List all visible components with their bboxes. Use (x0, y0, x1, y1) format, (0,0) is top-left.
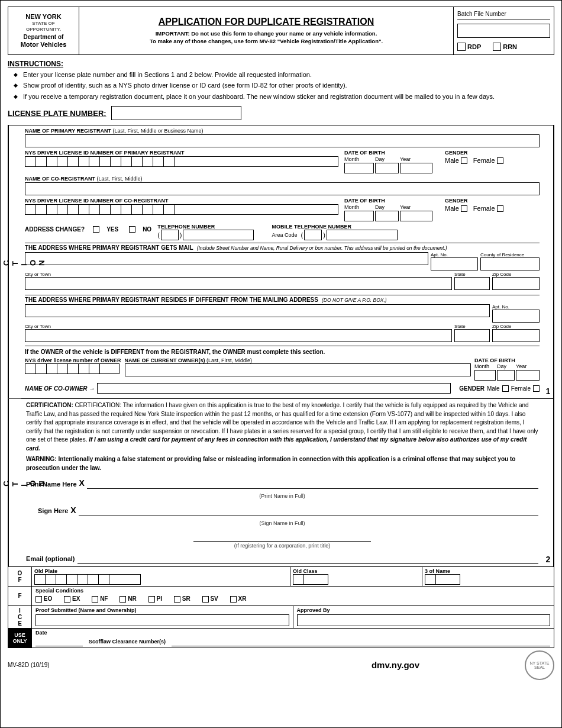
rdp-checkbox[interactable] (457, 43, 466, 51)
co-reg-male-checkbox[interactable] (461, 205, 467, 212)
resides-street-input[interactable] (25, 304, 490, 317)
dl-seg-9[interactable] (111, 157, 121, 166)
own-dl-seg-3[interactable] (47, 364, 57, 373)
mobile-area-input[interactable] (304, 230, 322, 240)
owner-dob-month-input[interactable] (474, 370, 496, 381)
corp-title-input[interactable] (193, 531, 371, 542)
dl-seg-4[interactable] (57, 157, 68, 166)
cond-eo-cb[interactable] (35, 596, 42, 603)
primary-female-checkbox[interactable] (497, 157, 503, 164)
resides-zip-input[interactable] (492, 329, 540, 342)
co-dl-seg-6[interactable] (79, 205, 89, 214)
co-reg-name-input[interactable] (25, 182, 540, 195)
own-dl-seg-4[interactable] (57, 364, 68, 373)
co-reg-dl-input[interactable] (25, 204, 338, 215)
name-of-input[interactable] (425, 574, 460, 585)
email-input[interactable] (77, 553, 539, 564)
cond-sr-cb[interactable] (174, 596, 180, 603)
rrn-checkbox[interactable] (493, 43, 501, 51)
scofflaw-input[interactable] (172, 637, 550, 646)
tel-main-input[interactable] (183, 230, 254, 240)
dl-seg-11[interactable] (132, 157, 143, 166)
dl-seg-6[interactable] (79, 157, 89, 166)
owner-dl-input[interactable] (25, 363, 119, 374)
tel-area-code-input[interactable] (161, 230, 179, 240)
owner-dob-year-input[interactable] (516, 370, 540, 381)
mail-zip-input[interactable] (492, 277, 540, 290)
co-reg-female-option[interactable]: Female (473, 205, 503, 212)
primary-male-checkbox[interactable] (461, 157, 467, 164)
dl-seg-14[interactable] (164, 157, 175, 166)
mail-apt-input[interactable] (431, 257, 478, 270)
co-dl-seg-12[interactable] (143, 205, 153, 214)
mail-county-input[interactable] (480, 257, 540, 270)
co-dl-seg-4[interactable] (57, 205, 68, 214)
co-dob-year-input[interactable] (400, 211, 432, 221)
owner-male-checkbox[interactable] (502, 385, 509, 392)
co-dob-day-input[interactable] (375, 211, 399, 221)
mail-street-input[interactable] (25, 252, 428, 265)
own-dl-seg-6[interactable] (79, 364, 89, 373)
own-dl-seg-5[interactable] (68, 364, 79, 373)
dl-seg-10[interactable] (121, 157, 132, 166)
dob-day-input[interactable] (375, 163, 399, 173)
own-dl-seg-2[interactable] (36, 364, 47, 373)
cond-nf-cb[interactable] (92, 596, 98, 603)
primary-female-option[interactable]: Female (473, 157, 503, 164)
dob-month-input[interactable] (344, 163, 374, 173)
sign-name-input[interactable] (79, 505, 538, 516)
resides-apt-input[interactable] (492, 310, 540, 323)
co-dl-seg-14[interactable] (164, 205, 175, 214)
own-dl-seg-7[interactable] (89, 364, 100, 373)
own-dl-seg-8[interactable] (100, 364, 111, 373)
dl-seg-12[interactable] (143, 157, 153, 166)
cond-xr-cb[interactable] (230, 596, 237, 603)
co-dl-seg-2[interactable] (36, 205, 47, 214)
cond-ex-cb[interactable] (64, 596, 70, 603)
cond-pi-cb[interactable] (148, 596, 155, 603)
dl-seg-3[interactable] (47, 157, 57, 166)
mail-state-input[interactable] (454, 277, 490, 290)
approved-input[interactable] (297, 614, 551, 626)
co-dl-seg-15[interactable] (175, 205, 185, 214)
owner-name-input[interactable] (125, 363, 471, 376)
mobile-main-input[interactable] (327, 230, 398, 240)
dob-year-input[interactable] (400, 163, 432, 173)
dl-seg-7[interactable] (89, 157, 100, 166)
resides-city-input[interactable] (25, 329, 452, 342)
co-dl-seg-7[interactable] (89, 205, 100, 214)
co-dl-seg-3[interactable] (47, 205, 57, 214)
primary-name-input[interactable] (25, 134, 540, 147)
old-plate-input[interactable] (34, 574, 141, 585)
old-class-input[interactable] (293, 574, 328, 585)
primary-dl-input[interactable] (25, 156, 338, 167)
dl-seg-2[interactable] (36, 157, 47, 166)
co-dl-seg-13[interactable] (153, 205, 164, 214)
owner-female-checkbox[interactable] (533, 385, 540, 392)
co-dob-month-input[interactable] (344, 211, 374, 221)
dl-seg-5[interactable] (68, 157, 79, 166)
cond-sv-cb[interactable] (202, 596, 209, 603)
address-yes-checkbox[interactable] (93, 226, 99, 233)
license-plate-input[interactable] (111, 106, 241, 120)
dl-seg-8[interactable] (100, 157, 111, 166)
dl-seg-13[interactable] (153, 157, 164, 166)
print-name-input[interactable] (87, 478, 538, 489)
primary-male-option[interactable]: Male (445, 157, 467, 164)
co-owner-input[interactable] (97, 383, 451, 394)
rdp-option[interactable]: RDP (457, 43, 481, 51)
resides-state-input[interactable] (454, 329, 490, 342)
co-dl-seg-11[interactable] (132, 205, 143, 214)
mail-city-input[interactable] (25, 277, 452, 290)
co-reg-male-option[interactable]: Male (445, 205, 467, 212)
proof-input[interactable] (35, 614, 289, 626)
own-dl-seg-1[interactable] (25, 364, 36, 373)
dl-seg-1[interactable] (25, 157, 36, 166)
co-dl-seg-8[interactable] (100, 205, 111, 214)
owner-dob-day-input[interactable] (497, 370, 515, 381)
co-reg-female-checkbox[interactable] (497, 205, 503, 212)
co-dl-seg-5[interactable] (68, 205, 79, 214)
address-no-checkbox[interactable] (129, 226, 135, 233)
dl-seg-15[interactable] (175, 157, 185, 166)
date-input[interactable] (35, 637, 83, 646)
